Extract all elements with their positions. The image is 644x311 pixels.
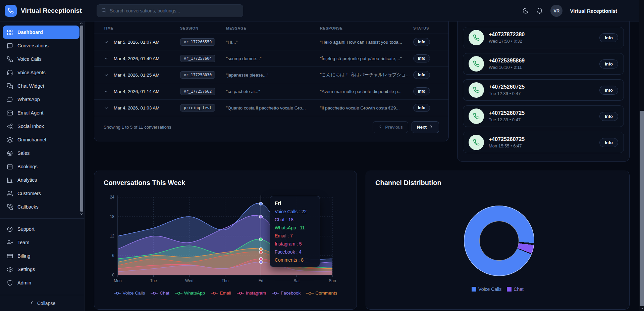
sidebar-item-analytics[interactable]: Analytics xyxy=(3,173,79,187)
legend-item-whatsapp[interactable]: WhatsApp xyxy=(175,291,205,296)
channel-distribution-card: Channel Distribution Voice CallsChat xyxy=(366,171,630,310)
legend-item-email[interactable]: Email xyxy=(211,291,231,296)
call-info-button[interactable]: Info xyxy=(599,112,618,121)
legend-swatch xyxy=(472,287,476,292)
sidebar-item-email-agent[interactable]: Email Agent xyxy=(3,106,79,120)
sidebar-item-settings[interactable]: Settings xyxy=(3,263,79,276)
call-info-button[interactable]: Info xyxy=(599,59,618,69)
sidebar-scroll-down-chevron-icon[interactable] xyxy=(79,212,84,218)
row-expand-chevron-down-icon[interactable] xyxy=(104,89,114,94)
row-expand-chevron-down-icon[interactable] xyxy=(104,56,114,61)
search-input[interactable] xyxy=(110,8,239,13)
legend-line-dot-icon xyxy=(114,292,121,295)
messages-icon xyxy=(7,83,13,89)
sidebar-item-voice-agents[interactable]: Voice Agents xyxy=(3,66,79,79)
sidebar-item-customers[interactable]: Customers xyxy=(3,187,79,200)
sidebar-item-omnichannel[interactable]: Omnichannel xyxy=(3,133,79,146)
legend-item-chat[interactable]: Chat xyxy=(151,291,169,296)
tooltip-entry-comments: Comments : 8 xyxy=(275,258,315,263)
legend-label: Voice Calls xyxy=(478,286,501,292)
svg-text:Wed: Wed xyxy=(185,278,193,283)
info-button[interactable]: Info xyxy=(413,104,430,112)
tooltip-entry-voice-calls: Voice Calls : 22 xyxy=(275,209,315,214)
call-info-button[interactable]: Info xyxy=(599,33,618,42)
table-row: Mar 4, 2026, 01:49 AMvr_177257604"scump … xyxy=(94,50,448,67)
tooltip-entry-facebook: Facebook : 4 xyxy=(275,250,315,255)
row-session: vr_177266559 xyxy=(180,38,215,46)
call-info-button[interactable]: Info xyxy=(599,138,618,147)
table-footer: Showing 1 to 5 of 11 conversations Previ… xyxy=(94,116,448,138)
info-button[interactable]: Info xyxy=(413,38,430,46)
user-name: Virtual Receptionist xyxy=(570,8,617,14)
row-time: Mar 5, 2026, 01:07 AM xyxy=(114,40,180,45)
sidebar-item-voice-calls[interactable]: Voice Calls xyxy=(3,52,79,66)
scroll-down-chevron-icon[interactable] xyxy=(639,306,644,311)
sidebar-item-support[interactable]: Support xyxy=(3,222,79,236)
legend-line-dot-icon xyxy=(175,292,182,295)
info-button[interactable]: Info xyxy=(413,87,430,95)
legend-item-instagram[interactable]: Instagram xyxy=(237,291,266,296)
row-time: Mar 4, 2026, 01:49 AM xyxy=(114,56,180,61)
info-button[interactable]: Info xyxy=(413,71,430,79)
mail-icon xyxy=(7,110,13,116)
sidebar-item-billing[interactable]: Billing xyxy=(3,249,79,263)
donut-legend-item-chat[interactable]: Chat xyxy=(507,286,524,292)
row-expand-chevron-down-icon[interactable] xyxy=(104,105,114,110)
legend-item-facebook[interactable]: Facebook xyxy=(272,291,301,296)
sidebar-item-admin[interactable]: Admin xyxy=(3,276,79,290)
headphones-icon xyxy=(7,70,13,76)
page-scrollbar-thumb[interactable] xyxy=(640,111,644,306)
donut-legend-item-voice-calls[interactable]: Voice Calls xyxy=(472,286,501,292)
sidebar-item-bookings[interactable]: Bookings xyxy=(3,160,79,173)
previous-page-button[interactable]: Previous xyxy=(373,121,408,133)
dark-mode-toggle-moon-icon[interactable] xyxy=(522,7,529,14)
page-scrollbar[interactable] xyxy=(639,0,644,311)
row-status: Info xyxy=(413,104,439,112)
session-badge: pricing_test xyxy=(180,104,215,112)
call-meta: Mon 15:55 • 6:47 xyxy=(489,143,595,148)
info-button[interactable]: Info xyxy=(413,54,430,62)
call-phone-icon xyxy=(469,30,484,45)
sidebar-item-chat-widget[interactable]: Chat Widget xyxy=(3,79,79,93)
sidebar-item-social-inbox[interactable]: Social Inbox xyxy=(3,120,79,133)
sidebar-item-whatsapp[interactable]: WhatsApp xyxy=(3,93,79,106)
brand: Virtual Receptionist xyxy=(5,5,82,17)
call-info-button[interactable]: Info xyxy=(599,86,618,95)
legend-item-comments[interactable]: Comments xyxy=(306,291,337,296)
tooltip-entry-email: Email : 7 xyxy=(275,233,315,238)
row-status: Info xyxy=(413,87,439,95)
call-number: +40725395869 xyxy=(489,58,595,64)
shield-icon xyxy=(7,280,13,286)
call-list-item: +40725260725Tue 12:39 • 0:47Info xyxy=(463,79,624,101)
user-avatar[interactable]: VR xyxy=(550,5,562,17)
topbar-actions: VR Virtual Receptionist xyxy=(522,0,617,21)
legend-item-voice-calls[interactable]: Voice Calls xyxy=(114,291,145,296)
call-list-item: +40725395869Wed 16:10 • 2:11Info xyxy=(463,53,624,75)
call-list-item: +40725260725Mon 15:55 • 6:47Info xyxy=(463,132,624,153)
session-badge: vr_177258030 xyxy=(180,71,215,79)
global-search[interactable] xyxy=(97,4,243,17)
next-page-button[interactable]: Next xyxy=(412,121,439,133)
row-session: vr_177257662 xyxy=(180,88,215,95)
sidebar-item-team[interactable]: Team xyxy=(3,236,79,249)
call-meta: Tue 12:39 • 0:47 xyxy=(489,117,595,122)
legend-label: Facebook xyxy=(281,291,301,296)
sidebar-item-sales[interactable]: Sales xyxy=(3,146,79,160)
tooltip-entry-chat: Chat : 18 xyxy=(275,217,315,222)
sidebar-item-dashboard[interactable]: Dashboard xyxy=(3,26,79,39)
call-phone-icon xyxy=(469,135,484,150)
row-expand-chevron-down-icon[interactable] xyxy=(104,73,114,78)
row-time: Mar 4, 2026, 01:03 AM xyxy=(114,105,180,110)
column-header-session: SESSION xyxy=(180,26,226,30)
line-chart-legend: Voice CallsChatWhatsAppEmailInstagramFac… xyxy=(94,291,357,296)
sidebar-item-callbacks[interactable]: Callbacks xyxy=(3,200,79,214)
sidebar-item-conversations[interactable]: Conversations xyxy=(3,39,79,52)
sidebar-collapse-button[interactable]: Collapse xyxy=(0,295,85,311)
credit-card-icon xyxy=(7,253,13,259)
sidebar-scrollbar[interactable] xyxy=(80,26,83,212)
donut-hole xyxy=(479,221,519,261)
phone-icon xyxy=(7,56,13,62)
row-expand-chevron-down-icon[interactable] xyxy=(104,40,114,45)
table-row: Mar 4, 2026, 01:03 AMpricing_test"Quanto… xyxy=(94,100,448,116)
notifications-bell-icon[interactable] xyxy=(536,7,543,14)
